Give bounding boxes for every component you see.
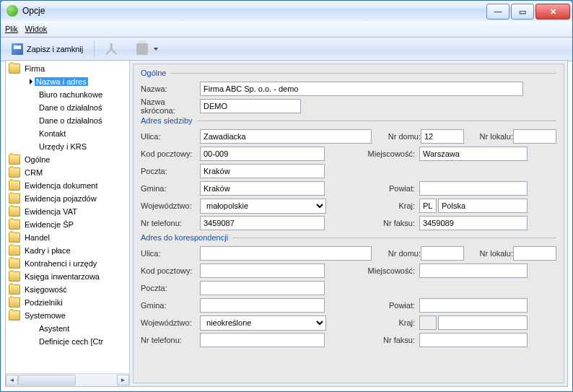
tree-node[interactable]: Ogólne xyxy=(6,153,129,166)
tree-node[interactable]: Księga inwentarzowa xyxy=(6,270,129,283)
s-kraj-input[interactable] xyxy=(438,199,528,213)
s-ulica-input[interactable] xyxy=(200,129,372,144)
tree-node[interactable]: Kadry i płace xyxy=(6,244,129,257)
folder-icon xyxy=(9,64,20,74)
label-nazwa-skr: Nazwa skrócona: xyxy=(141,97,200,115)
k-kod-input[interactable] xyxy=(200,263,325,278)
label-nrdomu: Nr domu: xyxy=(372,132,421,141)
menu-view[interactable]: Widok xyxy=(25,25,48,33)
maximize-button[interactable]: ▭ xyxy=(511,4,534,19)
tree-node[interactable]: Urzędy i KRS xyxy=(6,140,129,153)
s-kraj-code-input[interactable] xyxy=(419,199,437,213)
k-gmina-input[interactable] xyxy=(200,298,325,313)
minimize-button[interactable]: — xyxy=(486,4,509,19)
s-poczta-input[interactable] xyxy=(200,164,325,178)
k-tel-input[interactable] xyxy=(200,333,325,347)
scroll-right-button[interactable]: ► xyxy=(117,375,129,386)
tree-node[interactable]: Ewidencja pojazdów xyxy=(6,192,129,205)
nazwa-skr-input[interactable] xyxy=(200,99,301,113)
tree-node[interactable]: Biuro rachunkowe xyxy=(6,88,129,101)
k-kraj-code-input[interactable] xyxy=(419,315,437,330)
chevron-down-icon xyxy=(154,48,158,51)
s-woj-select[interactable]: małopolskie xyxy=(200,199,326,214)
body: Firma Nazwa i adres Biuro rachunkowe Dan… xyxy=(5,60,568,387)
group-siedziba: Adres siedziby Ulica: Nr domu: Nr lokalu… xyxy=(141,116,556,232)
s-faks-input[interactable] xyxy=(419,216,528,230)
save-close-button[interactable]: Zapisz i zamknij xyxy=(5,40,89,58)
tree-panel: Firma Nazwa i adres Biuro rachunkowe Dan… xyxy=(6,61,130,386)
close-button[interactable]: ✕ xyxy=(535,4,570,19)
tree-node[interactable]: Dane o działalnoś xyxy=(6,101,129,114)
tree-node[interactable]: Podzielniki xyxy=(6,296,129,309)
tree-node-firma[interactable]: Firma xyxy=(6,62,129,75)
group-title: Adres siedziby xyxy=(141,116,193,125)
s-kod-input[interactable] xyxy=(200,147,325,161)
tree-node[interactable]: Asystent xyxy=(6,322,129,335)
folder-icon xyxy=(9,154,20,165)
label-miejsc: Miejscowość: xyxy=(325,266,419,275)
tree-node[interactable]: Handel xyxy=(6,231,129,244)
menu-file[interactable]: Plik xyxy=(5,25,18,33)
k-powiat-input[interactable] xyxy=(419,298,528,313)
k-nrlok-input[interactable] xyxy=(513,246,556,261)
folder-icon xyxy=(9,258,20,269)
folder-icon xyxy=(9,180,20,191)
tree-node[interactable]: Dane o działalnoś xyxy=(6,114,129,127)
print-icon xyxy=(136,43,148,55)
tree-node[interactable]: CRM xyxy=(6,166,129,179)
label-kraj: Kraj: xyxy=(326,201,419,210)
label-poczta: Poczta: xyxy=(141,167,200,175)
folder-icon xyxy=(9,232,20,243)
label-gmina: Gmina: xyxy=(141,301,200,310)
tree-node[interactable]: Systemowe xyxy=(6,309,129,322)
label-faks: Nr faksu: xyxy=(325,336,419,344)
s-tel-input[interactable] xyxy=(200,216,325,230)
tree-node[interactable]: Ewidencje ŚP xyxy=(6,218,129,231)
app-window: Opcje — ▭ ✕ Plik Widok Zapisz i zamknij … xyxy=(0,0,573,392)
tree[interactable]: Firma Nazwa i adres Biuro rachunkowe Dan… xyxy=(6,61,129,373)
label-kraj: Kraj: xyxy=(326,318,419,327)
tree-h-scrollbar[interactable]: ◄ ► xyxy=(6,373,129,386)
tree-node[interactable]: Ewidencja VAT xyxy=(6,205,129,218)
s-gmina-input[interactable] xyxy=(200,181,325,196)
k-poczta-input[interactable] xyxy=(200,281,325,295)
k-woj-select[interactable]: nieokreślone xyxy=(200,315,326,331)
tree-node[interactable]: Ewidencja dokument xyxy=(6,179,129,192)
k-kraj-input[interactable] xyxy=(438,315,528,330)
s-nrlok-input[interactable] xyxy=(513,129,556,144)
k-faks-input[interactable] xyxy=(419,333,528,347)
nazwa-input[interactable] xyxy=(200,82,523,96)
label-nrlok: Nr lokalu: xyxy=(464,132,513,141)
s-miejsc-input[interactable] xyxy=(419,147,528,161)
print-button[interactable] xyxy=(130,40,165,58)
form-panel: Ogólne Nazwa: Nazwa skrócona: Adres sied… xyxy=(133,64,564,383)
label-powiat: Powiat: xyxy=(325,301,419,310)
scroll-thumb[interactable] xyxy=(18,375,76,386)
folder-icon xyxy=(9,167,20,178)
label-nrdomu: Nr domu: xyxy=(372,249,421,258)
k-miejsc-input[interactable] xyxy=(419,263,528,278)
tree-node-nazwa-adres[interactable]: Nazwa i adres xyxy=(6,75,129,88)
label-woj: Województwo: xyxy=(141,201,200,210)
folder-icon xyxy=(9,206,20,217)
label-powiat: Powiat: xyxy=(325,184,419,193)
label-kod: Kod pocztowy: xyxy=(141,266,200,275)
toolbar-separator xyxy=(94,41,95,57)
tree-node[interactable]: Kontakt xyxy=(6,127,129,140)
scroll-left-button[interactable]: ◄ xyxy=(6,375,18,386)
label-miejsc: Miejscowość: xyxy=(325,149,419,158)
app-icon xyxy=(6,5,18,17)
folder-icon xyxy=(9,245,20,256)
tools-button[interactable] xyxy=(99,40,127,58)
title-bar: Opcje — ▭ ✕ xyxy=(1,1,572,21)
k-ulica-input[interactable] xyxy=(200,246,372,261)
save-icon xyxy=(12,43,23,55)
tree-node[interactable]: Księgowość xyxy=(6,283,129,296)
label-ulica: Ulica: xyxy=(141,249,200,258)
k-nrdomu-input[interactable] xyxy=(421,246,464,261)
tree-node[interactable]: Definicje cech [Ctr xyxy=(6,335,129,348)
s-powiat-input[interactable] xyxy=(419,181,528,196)
folder-icon xyxy=(9,219,20,230)
s-nrdomu-input[interactable] xyxy=(421,129,464,144)
tree-node[interactable]: Kontrahenci i urzędy xyxy=(6,257,129,270)
